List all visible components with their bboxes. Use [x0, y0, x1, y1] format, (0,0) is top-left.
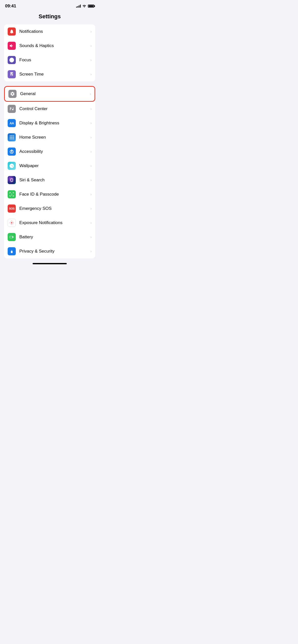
- settings-row-homescreen[interactable]: Home Screen ›: [4, 130, 95, 144]
- focus-icon: [8, 56, 16, 64]
- display-icon: AA: [8, 119, 16, 127]
- svg-point-19: [11, 224, 12, 225]
- emergencysos-label: Emergency SOS: [19, 206, 89, 211]
- focus-label: Focus: [19, 57, 89, 63]
- status-icons: [76, 4, 94, 8]
- svg-rect-5: [11, 136, 12, 136]
- svg-point-20: [10, 223, 10, 223]
- wallpaper-chevron: ›: [90, 164, 92, 168]
- svg-rect-7: [10, 137, 11, 138]
- accessibility-chevron: ›: [90, 150, 92, 154]
- siri-label: Siri & Search: [19, 178, 89, 183]
- svg-point-23: [13, 221, 13, 222]
- siri-icon: [8, 176, 16, 184]
- screentime-label: Screen Time: [19, 72, 89, 77]
- wallpaper-label: Wallpaper: [19, 163, 89, 168]
- settings-section-1: Notifications › Sounds & Haptics › Focus…: [4, 24, 95, 81]
- svg-rect-27: [13, 237, 14, 237]
- controlcenter-chevron: ›: [90, 107, 92, 111]
- svg-point-25: [13, 224, 13, 224]
- svg-point-17: [11, 222, 12, 224]
- svg-rect-6: [13, 136, 13, 136]
- privacy-chevron: ›: [90, 249, 92, 253]
- battery-chevron: ›: [90, 235, 92, 239]
- settings-row-screentime[interactable]: Screen Time ›: [4, 67, 95, 81]
- settings-section-2: Control Center › AA Display & Brightness…: [4, 102, 95, 258]
- settings-row-wallpaper[interactable]: Wallpaper ›: [4, 159, 95, 173]
- display-label: Display & Brightness: [19, 121, 89, 126]
- accessibility-label: Accessibility: [19, 149, 89, 154]
- page-header: Settings: [0, 11, 99, 24]
- svg-rect-8: [11, 137, 12, 138]
- svg-point-14: [11, 150, 12, 151]
- svg-rect-28: [10, 236, 12, 238]
- settings-row-display[interactable]: AA Display & Brightness ›: [4, 116, 95, 130]
- settings-row-battery[interactable]: Battery ›: [4, 230, 95, 244]
- privacy-label: Privacy & Security: [19, 249, 89, 254]
- screentime-chevron: ›: [90, 72, 92, 76]
- controlcenter-icon: [8, 105, 16, 113]
- svg-rect-2: [10, 109, 11, 110]
- svg-rect-9: [13, 137, 13, 138]
- svg-point-18: [11, 221, 12, 222]
- svg-rect-3: [13, 108, 13, 109]
- svg-point-15: [11, 179, 13, 181]
- svg-point-24: [10, 224, 11, 224]
- notifications-chevron: ›: [90, 30, 92, 34]
- battery-status-icon: [88, 5, 94, 8]
- signal-icon: [76, 5, 81, 8]
- general-icon: [8, 90, 17, 98]
- accessibility-icon: [8, 148, 16, 156]
- wallpaper-icon: [8, 162, 16, 170]
- svg-rect-11: [11, 138, 12, 139]
- faceid-label: Face ID & Passcode: [19, 192, 89, 197]
- general-highlight: General ›: [4, 86, 95, 102]
- settings-row-sounds[interactable]: Sounds & Haptics ›: [4, 39, 95, 53]
- sounds-icon: [8, 42, 16, 50]
- homescreen-chevron: ›: [90, 135, 92, 139]
- settings-row-general[interactable]: General ›: [5, 87, 94, 101]
- emergencysos-icon: SOS: [8, 204, 16, 213]
- settings-row-siri[interactable]: Siri & Search ›: [4, 173, 95, 187]
- settings-row-accessibility[interactable]: Accessibility ›: [4, 144, 95, 159]
- settings-row-emergencysos[interactable]: SOS Emergency SOS ›: [4, 201, 95, 216]
- display-chevron: ›: [90, 121, 92, 125]
- exposure-icon: [8, 219, 16, 227]
- page-title: Settings: [0, 13, 99, 20]
- settings-row-exposure[interactable]: Exposure Notifications ›: [4, 216, 95, 230]
- focus-chevron: ›: [90, 58, 92, 62]
- notifications-label: Notifications: [19, 29, 89, 34]
- sounds-chevron: ›: [90, 44, 92, 48]
- homescreen-label: Home Screen: [19, 135, 89, 140]
- general-label: General: [20, 91, 88, 96]
- controlcenter-label: Control Center: [19, 106, 89, 111]
- svg-rect-10: [10, 138, 11, 139]
- battery-label: Battery: [19, 235, 89, 240]
- status-bar: 09:41: [0, 0, 99, 11]
- battery-icon: [8, 233, 16, 241]
- general-chevron: ›: [90, 92, 91, 96]
- settings-row-privacy[interactable]: Privacy & Security ›: [4, 244, 95, 258]
- sounds-label: Sounds & Haptics: [19, 43, 89, 48]
- home-indicator: [33, 263, 67, 264]
- notifications-icon: [8, 27, 16, 36]
- svg-rect-4: [10, 136, 11, 136]
- exposure-label: Exposure Notifications: [19, 220, 89, 225]
- homescreen-icon: [8, 133, 16, 141]
- settings-row-notifications[interactable]: Notifications ›: [4, 24, 95, 39]
- settings-row-faceid[interactable]: Face ID & Passcode ›: [4, 187, 95, 201]
- faceid-chevron: ›: [90, 192, 92, 196]
- svg-rect-12: [13, 138, 13, 139]
- exposure-chevron: ›: [90, 221, 92, 225]
- svg-point-22: [10, 221, 11, 222]
- siri-chevron: ›: [90, 178, 92, 182]
- faceid-icon: [8, 190, 16, 198]
- wifi-icon: [82, 4, 86, 8]
- svg-point-21: [13, 223, 13, 223]
- status-time: 09:41: [5, 4, 16, 9]
- privacy-icon: [8, 247, 16, 255]
- svg-rect-0: [10, 108, 12, 109]
- settings-row-controlcenter[interactable]: Control Center ›: [4, 102, 95, 116]
- screentime-icon: [8, 70, 16, 78]
- settings-row-focus[interactable]: Focus ›: [4, 53, 95, 67]
